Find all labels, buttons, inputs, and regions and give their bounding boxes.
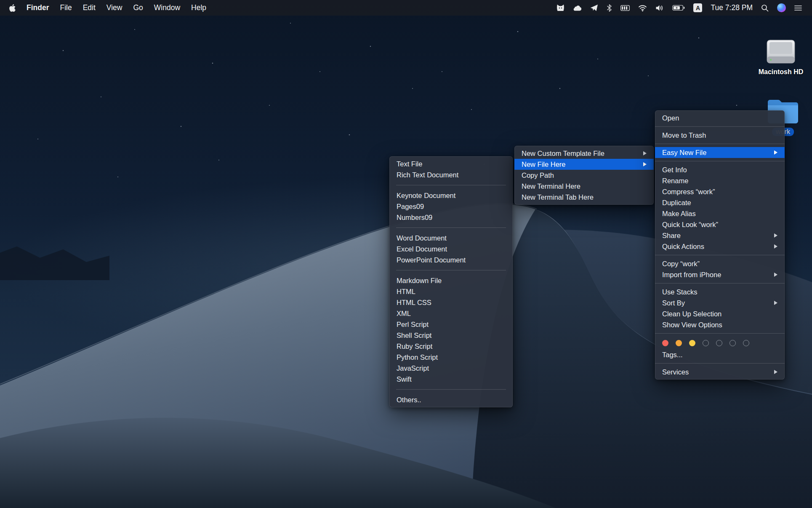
menu-item-new-terminal-tab-here[interactable]: New Terminal Tab Here — [514, 192, 654, 203]
notification-center-icon[interactable] — [790, 0, 806, 16]
submenu-arrow-icon — [774, 301, 777, 305]
menu-separator — [655, 161, 785, 161]
tag-yellow-button[interactable] — [689, 340, 695, 346]
submenu-arrow-icon — [774, 244, 777, 249]
submenu-arrow-icon — [774, 150, 777, 155]
menu-item-new-custom-template-file[interactable]: New Custom Template File — [514, 148, 654, 159]
menu-item-services[interactable]: Services — [655, 366, 785, 377]
apple-icon — [9, 4, 16, 12]
menu-separator — [655, 333, 785, 334]
tag-orange-button[interactable] — [676, 340, 682, 346]
menu-separator — [396, 227, 506, 228]
menu-item-open[interactable]: Open — [655, 112, 785, 123]
menu-separator — [396, 185, 506, 185]
submenu-arrow-icon — [643, 162, 647, 166]
menu-item-easy-new-file[interactable]: Easy New File — [655, 147, 785, 158]
menu-view[interactable]: View — [101, 0, 128, 16]
tag-red-button[interactable] — [662, 340, 668, 346]
menu-bar-status: A Tue 7:28 PM — [552, 0, 812, 16]
wifi-icon[interactable] — [634, 0, 651, 16]
tag-empty-button[interactable] — [703, 340, 709, 346]
menu-item-clean-up-selection[interactable]: Clean Up Selection — [655, 308, 785, 319]
tag-empty-button[interactable] — [729, 340, 736, 346]
menu-item-others[interactable]: Others.. — [389, 394, 513, 405]
menu-bar-clock[interactable]: Tue 7:28 PM — [706, 0, 757, 16]
hard-drive-icon — [764, 39, 797, 66]
menu-item-swift[interactable]: Swift — [389, 374, 513, 385]
menu-item-get-info[interactable]: Get Info — [655, 164, 785, 175]
menu-item-html[interactable]: HTML — [389, 286, 513, 297]
battery-icon[interactable] — [668, 0, 689, 16]
menu-item-share[interactable]: Share — [655, 230, 785, 241]
context-menu: Open Move to Trash Easy New File Get Inf… — [655, 110, 785, 380]
menu-item-html-css[interactable]: HTML CSS — [389, 297, 513, 308]
battery-meter-icon[interactable] — [616, 0, 634, 16]
menu-item-xml[interactable]: XML — [389, 308, 513, 319]
menu-item-perl-script[interactable]: Perl Script — [389, 319, 513, 330]
menu-item-quick-look[interactable]: Quick Look “work” — [655, 219, 785, 230]
menu-file[interactable]: File — [54, 0, 77, 16]
menu-item-shell-script[interactable]: Shell Script — [389, 330, 513, 341]
volume-icon[interactable] — [651, 0, 668, 16]
bluetooth-icon[interactable] — [602, 0, 616, 16]
menu-item-copy[interactable]: Copy “work” — [655, 258, 785, 269]
menu-item-excel-document[interactable]: Excel Document — [389, 243, 513, 254]
apple-menu[interactable] — [4, 0, 21, 16]
volume-label: Macintosh HD — [759, 68, 804, 76]
menu-bar: Finder File Edit View Go Window Help — [0, 0, 812, 16]
menu-item-text-file[interactable]: Text File — [389, 158, 513, 169]
new-file-here-submenu: Text File Rich Text Document Keynote Doc… — [389, 156, 513, 407]
menu-item-rich-text-document[interactable]: Rich Text Document — [389, 169, 513, 180]
menu-edit[interactable]: Edit — [77, 0, 101, 16]
menu-separator — [396, 389, 506, 390]
menu-item-sort-by[interactable]: Sort By — [655, 297, 785, 308]
menu-item-compress[interactable]: Compress “work” — [655, 186, 785, 197]
submenu-arrow-icon — [643, 151, 647, 155]
cat-icon[interactable] — [552, 0, 569, 16]
menu-separator — [655, 283, 785, 283]
menu-item-duplicate[interactable]: Duplicate — [655, 197, 785, 208]
menu-item-pages09[interactable]: Pages09 — [389, 201, 513, 212]
input-source-badge[interactable]: A — [689, 0, 706, 16]
menu-item-import-from-iphone[interactable]: Import from iPhone — [655, 269, 785, 280]
submenu-arrow-icon — [774, 370, 777, 374]
desktop-icon-macintosh-hd[interactable]: Macintosh HD — [756, 39, 806, 76]
menu-item-rename[interactable]: Rename — [655, 175, 785, 186]
menu-go[interactable]: Go — [128, 0, 148, 16]
search-icon[interactable] — [757, 0, 773, 16]
menu-item-numbers09[interactable]: Numbers09 — [389, 212, 513, 223]
menu-separator — [655, 144, 785, 144]
menu-separator — [396, 270, 506, 270]
tag-empty-button[interactable] — [743, 340, 749, 346]
menu-item-show-view-options[interactable]: Show View Options — [655, 319, 785, 330]
tag-colors-row — [655, 337, 785, 349]
menu-item-new-file-here[interactable]: New File Here — [514, 159, 654, 170]
menu-item-powerpoint-document[interactable]: PowerPoint Document — [389, 254, 513, 265]
menu-item-copy-path[interactable]: Copy Path — [514, 170, 654, 181]
menu-item-make-alias[interactable]: Make Alias — [655, 208, 785, 219]
menu-item-javascript[interactable]: JavaScript — [389, 363, 513, 374]
tag-empty-button[interactable] — [716, 340, 722, 346]
menu-bar-left: Finder File Edit View Go Window Help — [0, 0, 212, 16]
menu-separator — [655, 363, 785, 364]
menu-item-markdown-file[interactable]: Markdown File — [389, 275, 513, 286]
menu-window[interactable]: Window — [149, 0, 186, 16]
menu-item-python-script[interactable]: Python Script — [389, 352, 513, 363]
menu-help[interactable]: Help — [186, 0, 212, 16]
menu-item-word-document[interactable]: Word Document — [389, 233, 513, 243]
menu-finder[interactable]: Finder — [21, 0, 54, 16]
menu-item-tags[interactable]: Tags... — [655, 349, 785, 360]
menu-item-use-stacks[interactable]: Use Stacks — [655, 286, 785, 297]
siri-icon[interactable] — [773, 0, 790, 16]
menu-item-ruby-script[interactable]: Ruby Script — [389, 341, 513, 352]
menu-item-new-terminal-here[interactable]: New Terminal Here — [514, 181, 654, 192]
submenu-arrow-icon — [774, 273, 777, 277]
menu-item-keynote-document[interactable]: Keynote Document — [389, 190, 513, 201]
menu-separator — [655, 255, 785, 255]
submenu-arrow-icon — [774, 233, 777, 238]
cloud-icon[interactable] — [569, 0, 586, 16]
easy-new-file-submenu: New Custom Template File New File Here C… — [514, 146, 654, 205]
menu-item-quick-actions[interactable]: Quick Actions — [655, 241, 785, 252]
paper-plane-icon[interactable] — [586, 0, 602, 16]
menu-item-move-to-trash[interactable]: Move to Trash — [655, 130, 785, 141]
